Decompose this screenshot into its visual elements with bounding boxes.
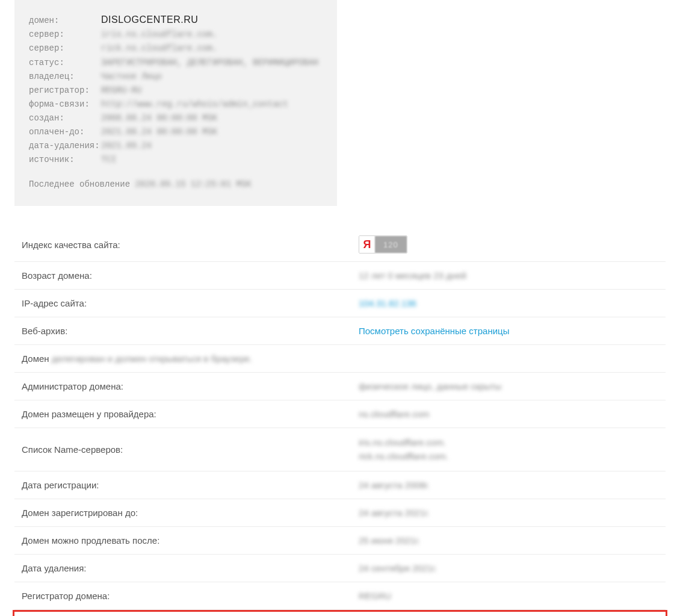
whois-row: создан:2008.08.24 00:00:00 MSK: [29, 111, 323, 125]
row-registrar: Регистратор домена: REGRU: [14, 582, 666, 610]
whois-row: домен:DISLOGCENTER.RU: [29, 12, 323, 28]
whois-footer-value: 2020.09.15 12:25:01 MSK: [135, 179, 251, 189]
value-registered-until: 24 августа 2021г.: [359, 508, 666, 518]
whois-value: 2008.08.24 00:00:00 MSK: [101, 113, 217, 123]
value-ip-address[interactable]: 104.31.82.136: [359, 298, 666, 308]
whois-row: регистратор:REGRU-RU: [29, 84, 323, 98]
whois-row: сервер:iris.ns.cloudflare.com.: [29, 28, 323, 42]
label-renew-after: Домен можно продлевать после:: [22, 535, 359, 546]
label-web-archive: Веб-архив:: [22, 326, 359, 336]
yandex-logo-icon: Я: [359, 236, 375, 253]
whois-key: форма-связи:: [29, 98, 101, 111]
value-provider: ns.cloudflare.com: [359, 409, 666, 419]
label-registration-date: Дата регистрации:: [22, 480, 359, 490]
value-web-archive: Посмотреть сохранённые страницы: [359, 326, 666, 336]
whois-footer-label: Последнее обновление: [29, 179, 135, 189]
whois-value: TCI: [101, 155, 116, 164]
whois-key: дата-удаления:: [29, 139, 101, 153]
whois-key: домен:: [29, 14, 101, 28]
whois-row: дата-удаления:2021.09.24: [29, 139, 323, 153]
whois-key: регистратор:: [29, 84, 101, 98]
whois-value: 2021.09.24: [101, 141, 152, 151]
row-admin-contact-form: Форма связи с администратором: http://ww…: [13, 610, 667, 616]
label-domain-age: Возраст домена:: [22, 270, 359, 281]
whois-key: создан:: [29, 111, 101, 125]
whois-value: ЗАРЕГИСТРИРОВАН, ДЕЛЕГИРОВАН, ВЕРИФИЦИРО…: [101, 58, 318, 67]
whois-last-update: Последнее обновление 2020.09.15 12:25:01…: [29, 178, 323, 191]
whois-value: 2021.08.24 00:00:00 MSK: [101, 127, 217, 137]
web-archive-link[interactable]: Посмотреть сохранённые страницы: [359, 326, 509, 336]
whois-value: DISLOGCENTER.RU: [101, 14, 198, 25]
row-name-servers: Список Name-серверов: iris.ns.cloudflare…: [14, 428, 666, 471]
value-renew-after: 25 июня 2021г.: [359, 535, 666, 546]
whois-key: источник:: [29, 153, 101, 167]
value-domain-age: 12 лет 0 месяцев 23 дней: [359, 270, 666, 281]
value-domain-admin: физическое лицо, данные скрыты: [359, 381, 666, 391]
whois-value: rick.ns.cloudflare.com.: [101, 43, 217, 53]
whois-key: сервер:: [29, 42, 101, 55]
label-registered-until: Домен зарегистрирован до:: [22, 508, 359, 518]
row-domain-age: Возраст домена: 12 лет 0 месяцев 23 дней: [14, 262, 666, 290]
row-web-archive: Веб-архив: Посмотреть сохранённые страни…: [14, 317, 666, 345]
row-registration-date: Дата регистрации: 24 августа 2008г.: [14, 471, 666, 499]
row-domain-delegation: Домен делегирован и должен открываться в…: [14, 345, 666, 373]
domain-details: Индекс качества сайта: Я 120 Возраст дом…: [14, 228, 666, 616]
label-deletion-date: Дата удаления:: [22, 563, 359, 573]
value-name-servers: iris.ns.cloudflare.com. rick.ns.cloudfla…: [359, 436, 666, 463]
row-domain-admin: Администратор домена: физическое лицо, д…: [14, 373, 666, 400]
value-registrar: REGRU: [359, 591, 666, 601]
whois-row: статус:ЗАРЕГИСТРИРОВАН, ДЕЛЕГИРОВАН, ВЕР…: [29, 56, 323, 70]
row-provider: Домен размещен у провайдера: ns.cloudfla…: [14, 400, 666, 428]
row-ip-address: IP-адрес сайта: 104.31.82.136: [14, 290, 666, 317]
whois-raw-box: домен:DISLOGCENTER.RUсервер:iris.ns.clou…: [14, 0, 337, 206]
row-deletion-date: Дата удаления: 24 сентября 2021г.: [14, 555, 666, 582]
label-domain-admin: Администратор домена:: [22, 381, 359, 391]
whois-key: владелец:: [29, 70, 101, 84]
whois-row: форма-связи:http://www.reg.ru/whois/admi…: [29, 98, 323, 111]
yandex-score: 120: [375, 236, 407, 253]
yandex-badge[interactable]: Я 120: [359, 235, 407, 254]
whois-row: владелец:Частное Лицо: [29, 70, 323, 84]
whois-value: iris.ns.cloudflare.com.: [101, 30, 217, 39]
value-quality-index: Я 120: [359, 235, 666, 254]
whois-value: http://www.reg.ru/whois/admin_contact: [101, 99, 288, 109]
whois-row: оплачен-до:2021.08.24 00:00:00 MSK: [29, 125, 323, 139]
label-ip-address: IP-адрес сайта:: [22, 298, 359, 308]
row-registered-until: Домен зарегистрирован до: 24 августа 202…: [14, 499, 666, 527]
whois-row: сервер:rick.ns.cloudflare.com.: [29, 42, 323, 55]
value-deletion-date: 24 сентября 2021г.: [359, 563, 666, 573]
label-domain-delegation: Домен делегирован и должен открываться в…: [22, 353, 666, 364]
label-quality-index: Индекс качества сайта:: [22, 240, 359, 250]
whois-key: сервер:: [29, 28, 101, 42]
label-name-servers: Список Name-серверов:: [22, 444, 359, 455]
whois-key: оплачен-до:: [29, 125, 101, 139]
label-provider: Домен размещен у провайдера:: [22, 409, 359, 419]
label-registrar: Регистратор домена:: [22, 591, 359, 601]
whois-value: REGRU-RU: [101, 86, 141, 95]
row-renew-after: Домен можно продлевать после: 25 июня 20…: [14, 527, 666, 555]
value-registration-date: 24 августа 2008г.: [359, 480, 666, 490]
whois-row: источник:TCI: [29, 153, 323, 167]
row-quality-index: Индекс качества сайта: Я 120: [14, 228, 666, 262]
whois-key: статус:: [29, 56, 101, 70]
whois-value: Частное Лицо: [101, 72, 162, 81]
